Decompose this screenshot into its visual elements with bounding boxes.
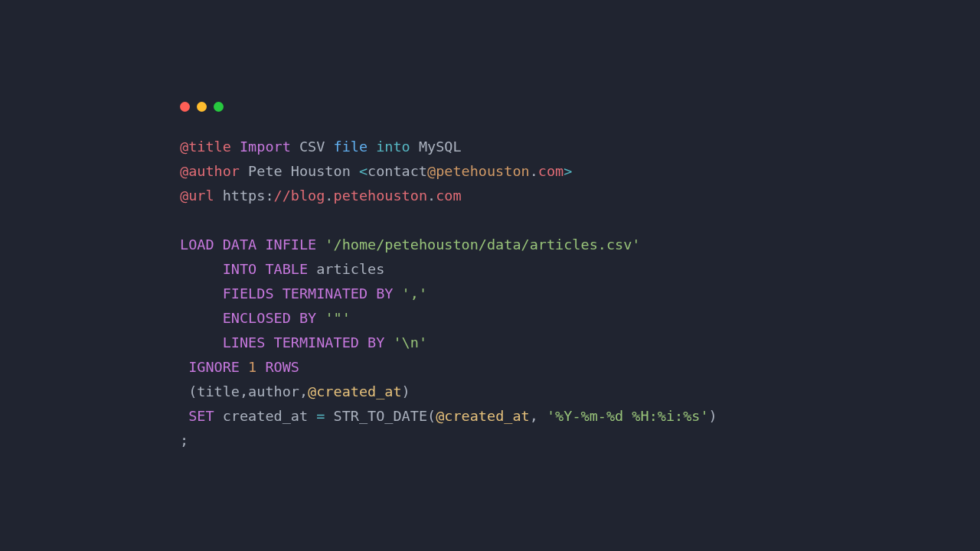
- word: Import: [240, 139, 291, 155]
- email-user: contact: [368, 163, 427, 179]
- sql-string: '/home/petehouston/data/articles.csv': [325, 236, 640, 253]
- sql-keyword: FIELDS TERMINATED BY: [223, 285, 394, 302]
- dot: .: [325, 187, 333, 204]
- sql-string: '%Y-%m-%d %H:%i:%s': [547, 408, 709, 424]
- zoom-icon[interactable]: [214, 102, 224, 112]
- sql-keyword: IGNORE: [188, 359, 240, 375]
- minimize-icon[interactable]: [197, 102, 207, 112]
- traffic-lights: [180, 102, 815, 112]
- sql-function: STR_TO_DATE(: [325, 408, 436, 424]
- paren: ): [402, 383, 410, 399]
- sql-number: 1: [248, 359, 256, 375]
- semicolon: ;: [180, 432, 188, 448]
- word: into: [376, 139, 410, 155]
- word: file: [334, 139, 368, 155]
- word: MySQL: [419, 139, 462, 155]
- equals-sign: =: [316, 408, 325, 424]
- angle-bracket: >: [564, 163, 572, 179]
- code-window: @title Import CSV file into MySQL @autho…: [180, 102, 815, 453]
- sql-string: '"': [325, 310, 350, 326]
- comma: ,: [530, 408, 547, 424]
- paren: ): [709, 408, 717, 424]
- url-host: //blog: [274, 187, 325, 204]
- sql-string: '\n': [393, 334, 427, 350]
- sql-keyword: LINES TERMINATED BY: [223, 334, 385, 350]
- sql-keyword: INTO TABLE: [223, 261, 308, 277]
- email-tld: com: [538, 163, 564, 179]
- close-icon[interactable]: [180, 102, 190, 112]
- sql-variable: @created_at: [308, 383, 402, 399]
- code-block: @title Import CSV file into MySQL @autho…: [180, 135, 815, 453]
- annotation-tag: @title: [180, 139, 231, 155]
- url-proto: https:: [223, 187, 274, 204]
- sql-columns: (title,author,: [180, 383, 308, 399]
- sql-keyword: LOAD DATA INFILE: [180, 236, 316, 253]
- sql-variable: @created_at: [436, 408, 530, 424]
- sql-keyword: SET: [188, 408, 214, 424]
- author-name: Pete Houston: [248, 163, 359, 179]
- word: CSV: [299, 139, 325, 155]
- annotation-tag: @url: [180, 187, 214, 204]
- url-host: petehouston: [334, 187, 428, 204]
- url-tld: com: [436, 187, 461, 204]
- annotation-tag: @author: [180, 163, 240, 179]
- sql-identifier: articles: [316, 261, 384, 277]
- dot: .: [530, 163, 538, 179]
- sql-identifier: created_at: [223, 408, 317, 424]
- angle-bracket: <: [359, 163, 368, 179]
- email-domain: @petehouston: [427, 163, 530, 179]
- sql-keyword: ENCLOSED BY: [223, 310, 317, 326]
- sql-string: ',': [402, 285, 427, 302]
- dot: .: [427, 187, 436, 204]
- sql-keyword: ROWS: [265, 359, 299, 375]
